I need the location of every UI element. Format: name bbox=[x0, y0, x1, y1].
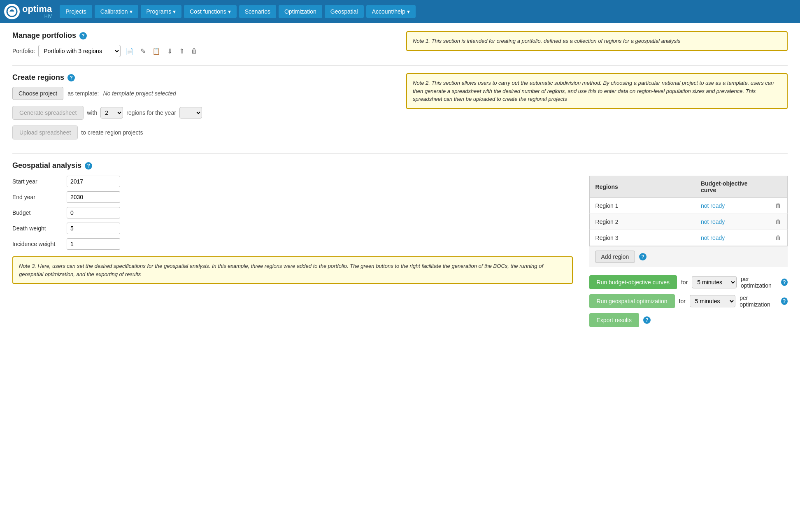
portfolio-title: Manage portfolios bbox=[12, 31, 76, 40]
generate-spreadsheet-btn[interactable]: Generate spreadsheet bbox=[12, 106, 84, 120]
nav-scenarios[interactable]: Scenarios bbox=[239, 5, 276, 18]
region-3-status-link[interactable]: not ready bbox=[701, 235, 725, 241]
regions-for-year-text: regions for the year bbox=[126, 109, 176, 116]
download-portfolio-btn[interactable]: ⇓ bbox=[165, 46, 174, 56]
upload-row: Upload spreadsheet to create region proj… bbox=[12, 125, 394, 139]
start-year-input[interactable] bbox=[67, 176, 120, 187]
divider-2 bbox=[12, 153, 788, 154]
choose-project-row: Choose project as template: No template … bbox=[12, 87, 394, 100]
region-1-status-link[interactable]: not ready bbox=[701, 202, 725, 209]
logo-area: optima HIV bbox=[4, 4, 52, 19]
create-regions-left: Create regions ? Choose project as templ… bbox=[12, 73, 394, 145]
portfolio-right: Note 1. This section is intended for cre… bbox=[406, 31, 788, 57]
navbar: optima HIV Projects Calibration ▾ Progra… bbox=[0, 0, 800, 23]
regions-table: Regions Budget-objective curve Region 1 … bbox=[589, 176, 788, 246]
portfolio-select[interactable]: Portfolio with 3 regions bbox=[38, 45, 121, 57]
region-2-delete-btn[interactable]: 🗑 bbox=[775, 218, 781, 225]
copy-portfolio-btn[interactable]: 📋 bbox=[151, 46, 162, 56]
year-select[interactable]: 2017 2018 bbox=[179, 107, 202, 118]
end-year-input[interactable] bbox=[67, 191, 120, 203]
with-text: with bbox=[87, 109, 97, 116]
divider-1 bbox=[12, 65, 788, 66]
boc-time-select[interactable]: 5 minutes 10 minutes 15 minutes bbox=[692, 276, 737, 288]
region-1-delete-btn[interactable]: 🗑 bbox=[775, 202, 781, 209]
death-weight-input[interactable] bbox=[67, 223, 120, 234]
add-region-btn[interactable]: Add region bbox=[595, 251, 635, 263]
main-content: Manage portfolios ? Portfolio: Portfolio… bbox=[0, 23, 800, 532]
regions-count-select[interactable]: 2 3 4 5 bbox=[100, 107, 123, 118]
region-1-delete-cell: 🗑 bbox=[769, 198, 788, 214]
region-2-delete-cell: 🗑 bbox=[769, 214, 788, 230]
run-boc-row: Run budget-objective curves for 5 minute… bbox=[589, 275, 788, 289]
add-region-help-icon[interactable]: ? bbox=[639, 253, 647, 260]
death-weight-row: Death weight bbox=[12, 223, 573, 234]
end-year-label: End year bbox=[12, 194, 62, 200]
region-1-status-cell: not ready bbox=[695, 198, 769, 214]
portfolio-section: Manage portfolios ? Portfolio: Portfolio… bbox=[12, 31, 788, 57]
per-opt-text-1: per optimization bbox=[741, 276, 777, 289]
logo-text-area: optima HIV bbox=[22, 5, 52, 19]
create-regions-help-icon[interactable]: ? bbox=[67, 74, 75, 81]
end-year-row: End year bbox=[12, 191, 573, 203]
geospatial-title-row: Geospatial analysis ? bbox=[12, 161, 788, 170]
geospatial-help-icon[interactable]: ? bbox=[85, 162, 92, 170]
budget-input[interactable] bbox=[67, 207, 120, 218]
export-row: Export results ? bbox=[589, 313, 788, 327]
action-col-header bbox=[769, 176, 788, 198]
geospatial-section: Geospatial analysis ? Start year End yea… bbox=[12, 161, 788, 332]
region-3-name: Region 3 bbox=[589, 230, 695, 246]
geo-time-select[interactable]: 5 minutes 10 minutes 15 minutes bbox=[690, 295, 735, 307]
export-help-icon[interactable]: ? bbox=[643, 316, 651, 324]
portfolio-label: Portfolio: bbox=[12, 48, 35, 54]
region-1-name: Region 1 bbox=[589, 198, 695, 214]
table-row: Region 2 not ready 🗑 bbox=[589, 214, 787, 230]
nav-account-help[interactable]: Account/help ▾ bbox=[366, 5, 416, 18]
for-text-1: for bbox=[681, 279, 688, 286]
note3-box: Note 3. Here, users can set the desired … bbox=[12, 256, 573, 284]
create-regions-title: Create regions bbox=[12, 73, 64, 82]
regions-table-header: Regions Budget-objective curve bbox=[589, 176, 787, 198]
logo-subtitle: HIV bbox=[22, 14, 52, 19]
budget-label: Budget bbox=[12, 209, 62, 216]
portfolio-note: Note 1. This section is intended for cre… bbox=[406, 31, 788, 51]
portfolio-help-icon[interactable]: ? bbox=[79, 32, 87, 39]
geospatial-title: Geospatial analysis bbox=[12, 161, 81, 170]
delete-portfolio-btn[interactable]: 🗑 bbox=[189, 46, 199, 56]
new-portfolio-btn[interactable]: 📄 bbox=[124, 46, 135, 56]
incidence-weight-input[interactable] bbox=[67, 238, 120, 250]
run-geo-btn[interactable]: Run geospatial optimization bbox=[589, 294, 675, 308]
for-text-2: for bbox=[679, 298, 686, 304]
as-template-text: as template: bbox=[67, 90, 99, 97]
geo-fields: Start year End year Budget Death weight … bbox=[12, 176, 573, 332]
edit-portfolio-btn[interactable]: ✎ bbox=[139, 46, 147, 56]
nav-cost-functions[interactable]: Cost functions ▾ bbox=[184, 5, 237, 18]
upload-portfolio-btn[interactable]: ⇑ bbox=[177, 46, 186, 56]
nav-geospatial[interactable]: Geospatial bbox=[325, 5, 364, 18]
generate-row: Generate spreadsheet with 2 3 4 5 region… bbox=[12, 106, 394, 120]
upload-spreadsheet-btn[interactable]: Upload spreadsheet bbox=[12, 125, 78, 139]
export-btn[interactable]: Export results bbox=[589, 313, 640, 327]
boc-help-icon[interactable]: ? bbox=[781, 279, 788, 286]
run-geo-row: Run geospatial optimization for 5 minute… bbox=[589, 294, 788, 308]
region-2-status-link[interactable]: not ready bbox=[701, 218, 725, 225]
table-row: Region 1 not ready 🗑 bbox=[589, 198, 787, 214]
geo-help-icon[interactable]: ? bbox=[781, 297, 788, 305]
region-2-name: Region 2 bbox=[589, 214, 695, 230]
choose-project-btn[interactable]: Choose project bbox=[12, 87, 63, 100]
portfolio-row: Portfolio: Portfolio with 3 regions 📄 ✎ … bbox=[12, 45, 394, 57]
run-section: Run budget-objective curves for 5 minute… bbox=[589, 275, 788, 327]
run-boc-btn[interactable]: Run budget-objective curves bbox=[589, 275, 677, 289]
nav-calibration[interactable]: Calibration ▾ bbox=[95, 5, 138, 18]
region-3-delete-btn[interactable]: 🗑 bbox=[775, 234, 781, 242]
create-regions-title-row: Create regions ? bbox=[12, 73, 394, 82]
budget-row: Budget bbox=[12, 207, 573, 218]
nav-programs[interactable]: Programs ▾ bbox=[141, 5, 182, 18]
death-weight-label: Death weight bbox=[12, 225, 62, 232]
nav-projects[interactable]: Projects bbox=[60, 5, 92, 18]
table-row: Region 3 not ready 🗑 bbox=[589, 230, 787, 246]
logo-name: optima bbox=[22, 4, 52, 14]
nav-optimization[interactable]: Optimization bbox=[279, 5, 322, 18]
create-regions-note: Note 2. This section allows users to car… bbox=[406, 73, 788, 109]
incidence-weight-label: Incidence weight bbox=[12, 241, 62, 247]
boc-col-header: Budget-objective curve bbox=[695, 176, 769, 198]
